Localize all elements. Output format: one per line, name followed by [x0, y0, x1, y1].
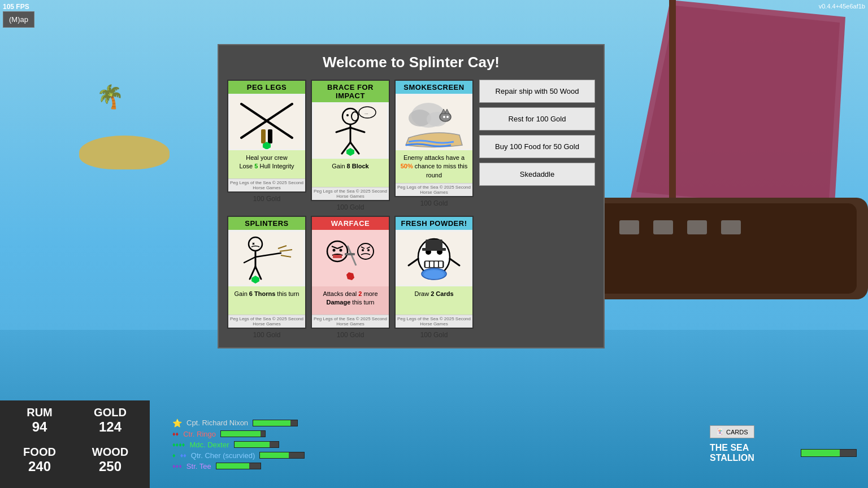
card-smoke-body: Enemy attacks have a 50% chance to miss … [396, 150, 472, 183]
smoke-svg [397, 95, 471, 149]
svg-point-59 [362, 249, 364, 251]
ship-name-row: THE SEA STALLION [710, 443, 857, 463]
card-smoke[interactable]: SMOKESCREEN [394, 80, 474, 197]
health-bar-dexter [235, 442, 270, 447]
version-text: v0.4.4+45e6af1b [819, 3, 865, 10]
card-warface-image [312, 230, 389, 286]
card-powder-price: 100 Gold [420, 331, 448, 339]
health-bar-nixon [253, 420, 290, 426]
shop-layout: PEG LEGS [227, 80, 595, 339]
warface-svg [314, 232, 387, 285]
ship-scene [585, 0, 868, 339]
peg-legs-svg [230, 95, 303, 149]
card-warface[interactable]: WARFACE [311, 216, 390, 329]
svg-text:...: ... [364, 110, 368, 115]
crew-member-ringo: ♦♦ Ctr. Ringo [172, 430, 698, 438]
card-brace-footer: Peg Legs of the Sea © 2025 Second Horse … [312, 187, 389, 200]
food-resource: FOOD 240 [6, 446, 73, 482]
powder-svg [397, 232, 471, 285]
rank-icon-nixon: ⭐ [172, 419, 182, 428]
svg-point-34 [443, 116, 445, 118]
gold-value: 124 [76, 419, 144, 435]
health-bar-bg-nixon [253, 420, 298, 426]
bottom-hud: RUM 94 GOLD 124 FOOD 240 WOOD 250 ⭐ Cpt.… [0, 389, 868, 488]
card-splinters-header: SPLINTERS [228, 217, 305, 230]
gold-resource: GOLD 124 [76, 406, 144, 443]
rank-icon-dexter: ♦♦♦♦ [172, 441, 185, 448]
food-value: 240 [6, 459, 73, 474]
rum-value: 94 [6, 419, 73, 435]
buy-food-button[interactable]: Buy 100 Food for 50 Gold [479, 135, 595, 158]
rank-icon-cher: ♦ [172, 452, 176, 459]
health-bar-bg-tee [216, 463, 261, 469]
cards-button[interactable]: 🃏 CARDS [710, 425, 754, 438]
svg-rect-5 [619, 220, 639, 234]
svg-rect-2 [669, 0, 676, 226]
health-bar-bg-ringo [220, 430, 266, 437]
card-splinters[interactable]: SPLINTERS [227, 216, 306, 329]
splinters-svg [230, 232, 303, 285]
gold-label: GOLD [76, 406, 144, 419]
resources-panel: RUM 94 GOLD 124 FOOD 240 WOOD 250 [0, 400, 150, 488]
card-peg-legs-body: Heal your crewLose 5 Hull Integrity [228, 150, 305, 178]
repair-button[interactable]: Repair ship with 50 Wood [479, 80, 595, 103]
card-smoke-image [396, 94, 472, 150]
health-bar-bg-dexter [234, 441, 279, 448]
svg-point-35 [446, 116, 449, 118]
health-bar-cher [260, 452, 289, 458]
svg-rect-72 [439, 262, 442, 267]
rank-icon-cher-2: ♦♦ [180, 452, 186, 459]
svg-point-78 [424, 270, 444, 279]
crew-panel: ⭐ Cpt. Richard Nixon ♦♦ Ctr. Ringo ♦♦♦♦ … [150, 400, 698, 488]
skedaddle-button[interactable]: Skedaddle [479, 163, 595, 186]
svg-rect-71 [435, 262, 438, 267]
card-splinters-footer: Peg Legs of the Sea © 2025 Second Horse … [228, 315, 305, 328]
card-peg-legs-header: PEG LEGS [228, 81, 305, 94]
svg-point-54 [340, 249, 342, 251]
svg-point-60 [367, 249, 370, 251]
card-warface-price: 100 Gold [337, 331, 364, 339]
card-brace-header: BRACE FOR IMPACT [312, 81, 389, 102]
card-powder-image [396, 230, 472, 286]
ship-health-bar-bg [801, 449, 857, 457]
svg-rect-36 [230, 232, 303, 285]
crew-member-dexter: ♦♦♦♦ Mdc. Dexter [172, 441, 698, 449]
crew-member-nixon: ⭐ Cpt. Richard Nixon [172, 419, 698, 428]
crew-member-tee: ♦♦♦ Str. Tee [172, 462, 698, 470]
shop-dialog: Welcome to Splinter Cay! PEG LEGS [218, 44, 605, 348]
card-warface-footer: Peg Legs of the Sea © 2025 Second Horse … [312, 315, 389, 328]
rest-button[interactable]: Rest for 100 Gold [479, 107, 595, 130]
card-powder-header: FRESH POWDER! [396, 217, 472, 230]
card-slot-peg-legs: PEG LEGS [227, 80, 306, 211]
card-splinters-price: 100 Gold [253, 331, 281, 339]
card-warface-header: WARFACE [312, 217, 389, 230]
card-slot-powder: FRESH POWDER! [394, 216, 474, 339]
palm-leaves: 🌴 [96, 84, 124, 110]
card-powder[interactable]: FRESH POWDER! [394, 216, 474, 329]
map-button[interactable]: (M)ap [3, 11, 34, 28]
card-powder-body: Draw 2 Cards [396, 286, 472, 315]
svg-rect-7 [687, 220, 707, 234]
fps-counter: 105 FPS [3, 3, 29, 11]
cards-icon: 🃏 [716, 428, 724, 435]
cards-grid: PEG LEGS [227, 80, 474, 339]
card-brace-body: Gain 8 Block [312, 159, 389, 187]
card-peg-legs[interactable]: PEG LEGS [227, 80, 306, 193]
health-bar-bg-cher [259, 452, 305, 459]
card-smoke-price: 100 Gold [420, 199, 448, 207]
shop-actions: Repair ship with 50 Wood Rest for 100 Go… [479, 80, 595, 339]
card-brace[interactable]: BRACE FOR IMPACT ... [311, 80, 390, 201]
card-splinters-image [228, 230, 305, 286]
svg-rect-4 [597, 203, 857, 294]
card-powder-footer: Peg Legs of the Sea © 2025 Second Horse … [396, 315, 472, 328]
ship-name: THE SEA STALLION [710, 443, 795, 463]
card-peg-legs-price: 100 Gold [253, 195, 281, 203]
svg-rect-55 [333, 255, 342, 258]
ship-panel: 🃏 CARDS THE SEA STALLION [698, 400, 868, 488]
wood-resource: WOOD 250 [76, 446, 144, 482]
wood-label: WOOD [76, 446, 144, 459]
cards-label: CARDS [726, 429, 748, 435]
brace-svg: ... [314, 104, 387, 158]
card-slot-warface: WARFACE [311, 216, 390, 339]
crew-name-tee: Str. Tee [186, 462, 211, 470]
